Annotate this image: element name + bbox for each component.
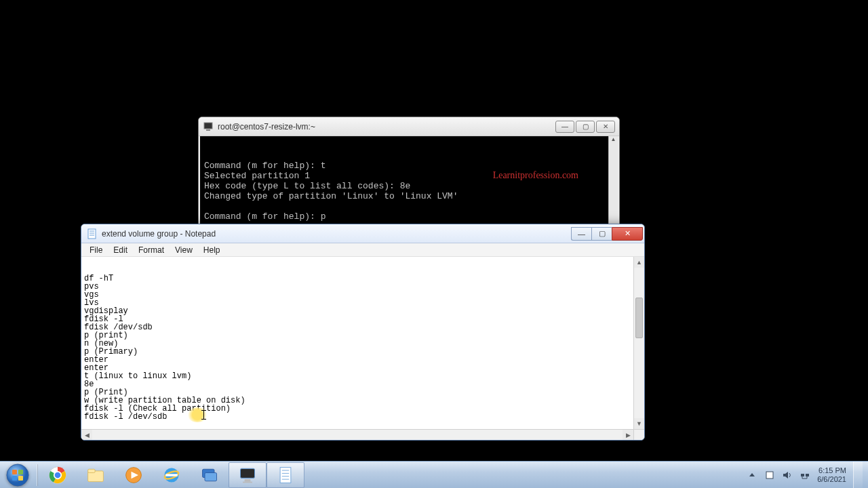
scroll-up-icon[interactable]: ▲ (634, 257, 644, 268)
putty-close-button[interactable]: ✕ (596, 121, 615, 133)
svg-marker-33 (749, 473, 755, 476)
svg-rect-7 (12, 470, 17, 474)
resize-grip-icon[interactable] (633, 429, 644, 440)
taskbar-item-chrome[interactable] (39, 462, 77, 488)
svg-rect-34 (766, 472, 773, 479)
tray-network-icon[interactable] (800, 470, 810, 481)
taskbar-item-wmplayer[interactable] (115, 462, 153, 488)
notepad-icon (87, 228, 98, 239)
svg-rect-1 (206, 129, 210, 131)
notepad-titlebar[interactable]: extend volume group - Notepad — ▢ ✕ (81, 224, 644, 243)
svg-rect-21 (165, 474, 178, 476)
putty-icon (203, 121, 214, 132)
scroll-left-icon[interactable]: ◀ (81, 430, 92, 440)
svg-rect-10 (18, 476, 23, 481)
svg-rect-0 (204, 123, 212, 129)
svg-rect-36 (801, 474, 804, 476)
svg-marker-35 (783, 472, 788, 479)
tray-flag-icon[interactable] (764, 470, 775, 481)
show-desktop-button[interactable] (853, 462, 863, 489)
menu-file[interactable]: File (84, 245, 108, 256)
tray-show-hidden-icon[interactable] (747, 470, 757, 481)
notepad-text: df -hT pvs vgs lvs vgdisplay fdisk -l fd… (84, 274, 643, 437)
taskbar-item-notepad[interactable] (267, 462, 304, 488)
clock-date: 6/6/2021 (817, 475, 846, 484)
taskbar-item-putty[interactable] (229, 462, 267, 488)
notepad-close-button[interactable]: ✕ (612, 227, 643, 241)
scroll-right-icon[interactable]: ▶ (623, 430, 633, 440)
svg-rect-23 (205, 472, 217, 481)
tray-volume-icon[interactable] (782, 470, 793, 481)
svg-rect-25 (245, 479, 251, 482)
svg-rect-8 (18, 470, 23, 474)
menu-help[interactable]: Help (198, 245, 226, 256)
notepad-title: extend volume group - Notepad (102, 229, 571, 239)
notepad-window[interactable]: extend volume group - Notepad — ▢ ✕ File… (81, 224, 645, 441)
watermark-text: Learnitprofession.com (493, 170, 578, 180)
svg-rect-28 (280, 467, 291, 483)
menu-view[interactable]: View (170, 245, 198, 256)
notepad-minimize-button[interactable]: — (571, 227, 591, 241)
svg-rect-9 (12, 476, 17, 481)
putty-titlebar[interactable]: root@centos7-resize-lvm:~ — ▢ ✕ (199, 117, 619, 136)
svg-rect-24 (241, 468, 255, 478)
text-cursor-icon (203, 410, 204, 420)
taskbar: 6:15 PM 6/6/2021 (0, 461, 868, 488)
taskbar-item-ie[interactable] (153, 462, 191, 488)
scroll-thumb[interactable] (635, 298, 643, 338)
putty-minimize-button[interactable]: — (555, 121, 574, 133)
notepad-text-area[interactable]: df -hT pvs vgs lvs vgdisplay fdisk -l fd… (81, 257, 644, 440)
svg-rect-2 (88, 229, 96, 239)
taskbar-item-explorer[interactable] (77, 462, 115, 488)
svg-rect-37 (806, 474, 809, 476)
svg-rect-16 (88, 469, 96, 472)
clock-time: 6:15 PM (817, 466, 846, 475)
putty-maximize-button[interactable]: ▢ (576, 121, 595, 133)
notepad-menubar: File Edit Format View Help (81, 243, 644, 257)
notepad-vertical-scrollbar[interactable]: ▲ ▼ (633, 257, 644, 429)
scroll-down-icon[interactable]: ▼ (634, 418, 644, 429)
system-tray: 6:15 PM 6/6/2021 (747, 462, 868, 489)
svg-rect-26 (243, 481, 252, 483)
svg-point-6 (7, 464, 28, 486)
putty-title: root@centos7-resize-lvm:~ (218, 122, 555, 131)
menu-format[interactable]: Format (133, 245, 170, 256)
menu-edit[interactable]: Edit (108, 245, 133, 256)
notepad-horizontal-scrollbar[interactable]: ◀ ▶ (81, 429, 633, 440)
taskbar-item-vmware[interactable] (191, 462, 229, 488)
notepad-maximize-button[interactable]: ▢ (591, 227, 612, 241)
start-button[interactable] (0, 462, 35, 489)
taskbar-clock[interactable]: 6:15 PM 6/6/2021 (817, 466, 846, 484)
